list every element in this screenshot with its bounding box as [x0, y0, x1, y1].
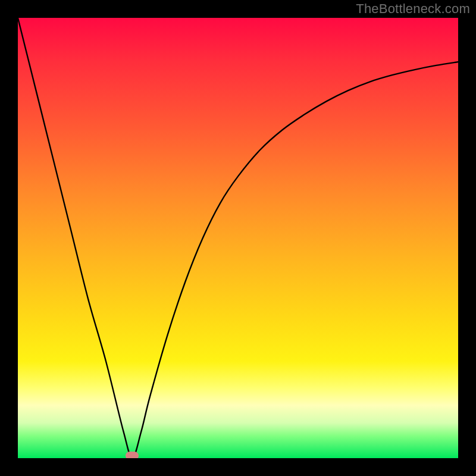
v-curve-line	[18, 18, 458, 458]
plot-area	[18, 18, 458, 458]
chart-frame: TheBottleneck.com	[0, 0, 476, 476]
minimum-marker	[126, 452, 139, 458]
watermark-text: TheBottleneck.com	[356, 1, 470, 17]
